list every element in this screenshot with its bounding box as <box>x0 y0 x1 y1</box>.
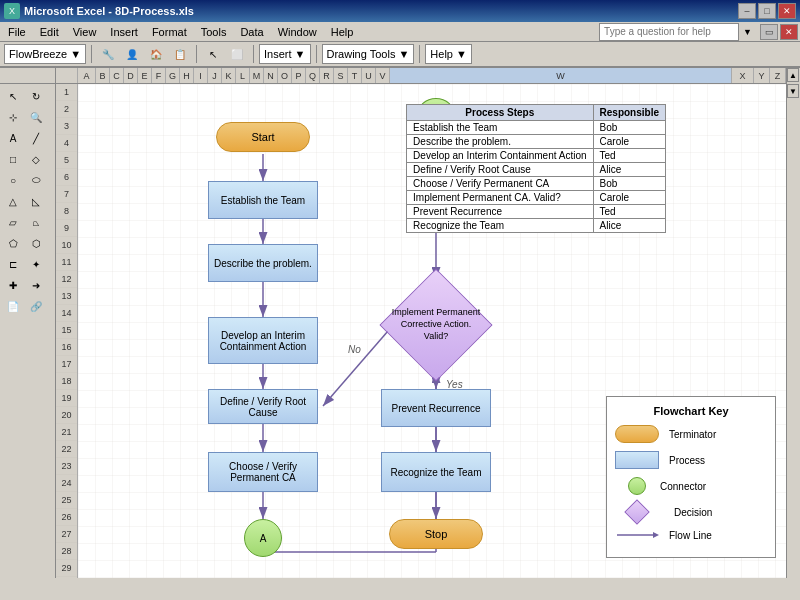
col-header-i: I <box>194 68 208 83</box>
row-29: 29 <box>56 560 77 577</box>
process-steps-header: Process Steps <box>407 105 593 121</box>
row-2: 2 <box>56 101 77 118</box>
key-terminator-item: Terminator <box>615 425 767 443</box>
tool-diamond-shape[interactable]: ◇ <box>25 149 47 169</box>
tool-pentagon[interactable]: ⬠ <box>2 233 24 253</box>
menu-tools[interactable]: Tools <box>195 24 233 40</box>
choose-permanent-ca-shape[interactable]: Choose / Verify Permanent CA <box>208 452 318 492</box>
stop-shape[interactable]: Stop <box>389 519 483 549</box>
process-table-row: Recognize the TeamAlice <box>407 219 666 233</box>
process-step-responsible: Alice <box>593 219 665 233</box>
col-header-t: T <box>348 68 362 83</box>
tool-arrow-shape[interactable]: ➜ <box>25 275 47 295</box>
toolbar-btn-1[interactable]: 🔧 <box>97 44 119 64</box>
implement-diamond[interactable]: Implement Permanent Corrective Action. V… <box>388 279 484 371</box>
process-step-name: Define / Verify Root Cause <box>407 163 593 177</box>
start-shape[interactable]: Start <box>216 122 310 152</box>
tool-link[interactable]: 🔗 <box>25 296 47 316</box>
key-connector-shape <box>628 477 646 495</box>
key-title: Flowchart Key <box>615 405 767 417</box>
vertical-scrollbar[interactable]: ▲ ▼ <box>786 68 800 578</box>
process-step-name: Choose / Verify Permanent CA <box>407 177 593 191</box>
minimize-button[interactable]: – <box>738 3 756 19</box>
tool-parallelogram[interactable]: ▱ <box>2 212 24 232</box>
toolbar-row-1: FlowBreeze ▼ 🔧 👤 🏠 📋 ↖ ⬜ Insert ▼ Drawin… <box>0 42 800 66</box>
process-step-responsible: Ted <box>593 205 665 219</box>
define-root-cause-shape[interactable]: Define / Verify Root Cause <box>208 389 318 424</box>
toolbar-btn-5[interactable]: ↖ <box>202 44 224 64</box>
row-12: 12 <box>56 271 77 288</box>
col-header-e: E <box>138 68 152 83</box>
help-search-input[interactable] <box>599 23 739 41</box>
tool-note[interactable]: 📄 <box>2 296 24 316</box>
tool-ellipse[interactable]: ⬭ <box>25 170 47 190</box>
process-table-row: Describe the problem.Carole <box>407 135 666 149</box>
col-header-r: R <box>320 68 334 83</box>
prevent-recurrence-shape[interactable]: Prevent Recurrence <box>381 389 491 427</box>
col-header-o: O <box>278 68 292 83</box>
menu-file[interactable]: File <box>2 24 32 40</box>
toolbar-btn-3[interactable]: 🏠 <box>145 44 167 64</box>
toolbar-btn-6[interactable]: ⬜ <box>226 44 248 64</box>
tool-triangle[interactable]: △ <box>2 191 24 211</box>
row-23: 23 <box>56 458 77 475</box>
tool-star[interactable]: ✦ <box>25 254 47 274</box>
svg-line-12 <box>323 331 388 406</box>
menu-help[interactable]: Help <box>325 24 360 40</box>
window-title: Microsoft Excel - 8D-Process.xls <box>24 5 194 17</box>
row-7: 7 <box>56 186 77 203</box>
help-dropdown[interactable]: Help ▼ <box>425 44 472 64</box>
connector-a-bottom[interactable]: A <box>244 519 282 557</box>
toolbar-separator-1 <box>91 45 92 63</box>
tool-cylinder[interactable]: ⊏ <box>2 254 24 274</box>
row-15: 15 <box>56 322 77 339</box>
row-21: 21 <box>56 424 77 441</box>
row-18: 18 <box>56 373 77 390</box>
menu-view[interactable]: View <box>67 24 103 40</box>
establish-team-shape[interactable]: Establish the Team <box>208 181 318 219</box>
tool-cross[interactable]: ✚ <box>2 275 24 295</box>
row-25: 25 <box>56 492 77 509</box>
col-header-f: F <box>152 68 166 83</box>
describe-problem-shape[interactable]: Describe the problem. <box>208 244 318 282</box>
tool-abc[interactable]: A <box>2 128 24 148</box>
process-step-name: Recognize the Team <box>407 219 593 233</box>
tool-cursor[interactable]: ⊹ <box>2 107 24 127</box>
spreadsheet-container: A B C D E F G H I J K L M N O P Q R S T … <box>56 68 786 578</box>
scroll-down-button[interactable]: ▼ <box>787 84 799 98</box>
app-close-button[interactable]: ✕ <box>780 24 798 40</box>
col-header-x: X <box>732 68 754 83</box>
tool-trapezoid[interactable]: ⏢ <box>25 212 47 232</box>
row-26: 26 <box>56 509 77 526</box>
maximize-button[interactable]: □ <box>758 3 776 19</box>
key-process-label: Process <box>669 455 705 466</box>
close-button[interactable]: ✕ <box>778 3 796 19</box>
develop-interim-shape[interactable]: Develop an Interim Containment Action <box>208 317 318 364</box>
col-header-d: D <box>124 68 138 83</box>
restore-down-button[interactable]: ▭ <box>760 24 778 40</box>
menu-insert[interactable]: Insert <box>104 24 144 40</box>
tool-circle[interactable]: ○ <box>2 170 24 190</box>
toolbar-btn-4[interactable]: 📋 <box>169 44 191 64</box>
row-17: 17 <box>56 356 77 373</box>
menu-data[interactable]: Data <box>234 24 269 40</box>
tool-line[interactable]: ╱ <box>25 128 47 148</box>
row-10: 10 <box>56 237 77 254</box>
toolbar-btn-2[interactable]: 👤 <box>121 44 143 64</box>
flowbreeze-dropdown[interactable]: FlowBreeze ▼ <box>4 44 86 64</box>
tool-right-tri[interactable]: ◺ <box>25 191 47 211</box>
help-dropdown-arrow[interactable]: ▼ <box>743 27 752 37</box>
insert-dropdown[interactable]: Insert ▼ <box>259 44 310 64</box>
scroll-up-button[interactable]: ▲ <box>787 68 799 82</box>
tool-rect[interactable]: □ <box>2 149 24 169</box>
tool-zoom[interactable]: 🔍 <box>25 107 47 127</box>
row-13: 13 <box>56 288 77 305</box>
tool-select[interactable]: ↖ <box>2 86 24 106</box>
drawing-tools-dropdown[interactable]: Drawing Tools ▼ <box>322 44 415 64</box>
tool-rotate[interactable]: ↻ <box>25 86 47 106</box>
recognize-team-shape[interactable]: Recognize the Team <box>381 452 491 492</box>
menu-window[interactable]: Window <box>272 24 323 40</box>
menu-format[interactable]: Format <box>146 24 193 40</box>
tool-hexagon[interactable]: ⬡ <box>25 233 47 253</box>
menu-edit[interactable]: Edit <box>34 24 65 40</box>
